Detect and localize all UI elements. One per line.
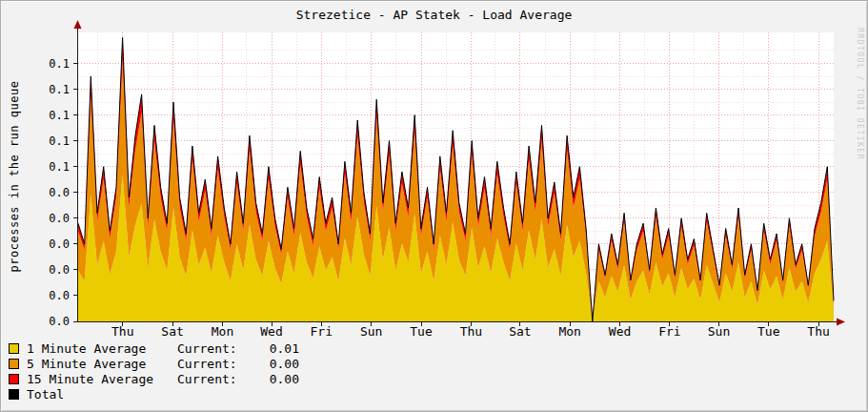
y-axis-arrow-icon (74, 20, 82, 29)
svg-text:Fri: Fri (311, 324, 333, 339)
svg-text:Fri: Fri (658, 324, 680, 339)
legend-swatch-total-icon (9, 389, 19, 400)
legend-current-label: Current: (177, 341, 246, 357)
svg-text:Mon: Mon (212, 324, 233, 339)
legend-swatch-15min-icon (9, 374, 19, 384)
svg-text:Sun: Sun (360, 324, 382, 339)
svg-text:0.0: 0.0 (49, 237, 70, 251)
legend-swatch-5min-icon (9, 359, 19, 369)
legend-current-label: Current: (177, 357, 246, 372)
svg-text:0.0: 0.0 (49, 289, 70, 302)
svg-text:0.1: 0.1 (49, 109, 70, 122)
legend-row-total: Total (9, 387, 299, 402)
svg-text:0.1: 0.1 (49, 57, 70, 71)
svg-text:0.1: 0.1 (49, 83, 70, 96)
svg-text:Sat: Sat (161, 324, 183, 339)
svg-text:0.1: 0.1 (49, 134, 70, 148)
svg-text:Thu: Thu (807, 324, 829, 339)
svg-text:Thu: Thu (111, 324, 133, 339)
legend-row-5min: 5 Minute AverageCurrent:0.00 (9, 357, 299, 372)
svg-text:Sun: Sun (708, 324, 730, 339)
x-axis-arrow-icon (837, 319, 845, 326)
svg-text:Thu: Thu (460, 324, 482, 339)
svg-text:Sat: Sat (509, 324, 531, 339)
legend-row-1min: 1 Minute AverageCurrent:0.01 (9, 341, 299, 357)
svg-text:0.0: 0.0 (49, 212, 70, 225)
svg-text:Wed: Wed (609, 324, 631, 339)
legend-label: 5 Minute Average (27, 357, 177, 372)
rrdtool-graph: Strezetice - AP Statek - Load Average RR… (0, 0, 868, 412)
legend-swatch-1min-icon (9, 343, 19, 354)
svg-text:Tue: Tue (410, 324, 433, 339)
svg-text:0.0: 0.0 (49, 186, 70, 199)
svg-text:0.0: 0.0 (49, 263, 70, 277)
legend: 1 Minute AverageCurrent:0.01 5 Minute Av… (9, 341, 299, 402)
legend-label: Total (27, 387, 177, 402)
svg-text:Mon: Mon (558, 324, 580, 339)
svg-text:Tue: Tue (757, 324, 780, 339)
legend-current-label: Current: (177, 372, 246, 387)
legend-current-value: 0.00 (246, 357, 299, 372)
legend-label: 15 Minute Average (27, 372, 177, 387)
legend-row-15min: 15 Minute AverageCurrent:0.00 (9, 372, 299, 387)
legend-current-value: 0.01 (246, 341, 299, 357)
legend-current-value: 0.00 (246, 372, 299, 387)
legend-label: 1 Minute Average (27, 341, 177, 357)
svg-text:0.1: 0.1 (49, 160, 70, 174)
svg-text:Wed: Wed (260, 324, 282, 339)
svg-text:0.0: 0.0 (49, 315, 70, 328)
